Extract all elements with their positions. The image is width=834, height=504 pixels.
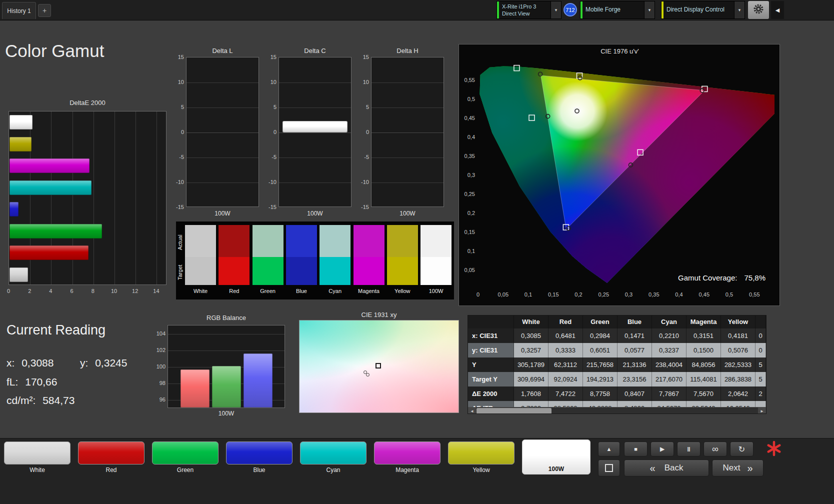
table-header-cell [756,316,766,328]
patch-label: Red [78,466,144,474]
pause-button[interactable]: ‖ [677,442,700,456]
display-chevron-button[interactable]: ▾ [734,2,744,18]
table-header-cell: White [514,316,548,328]
swatch-yellow: Yellow [387,225,420,298]
deltae2000-chart: DeltaE 2000 02468101214 [8,99,168,299]
swatch-panel: Actual Target WhiteRedGreenBlueCyanMagen… [176,222,454,300]
table-row-label: y: CIE31 [468,343,514,358]
collapse-icon: ◀ [776,7,780,14]
patch-red[interactable] [78,442,144,464]
delta-ytick: -10 [174,179,184,185]
table-row-label: Target Y [468,372,514,386]
cie-xtick: 0 [476,292,480,298]
meter-dropdown[interactable]: X-Rite i1Pro 3 Direct View ▾ [496,1,562,19]
scrollbar-right-button[interactable]: ► [758,408,766,414]
rgb-bar-blue [244,354,272,408]
table-header-cell: Blue [618,316,652,328]
back-button[interactable]: « Back [624,460,709,476]
delta-gridline [186,82,258,83]
delta-gridline [279,158,351,158]
table-header-cell: Green [583,316,618,328]
deltae-bar-green [10,224,102,238]
rgb-balance-x-label: 100W [168,410,285,417]
patch-100w[interactable]: 100W [522,440,590,474]
deltae2000-plot-area [8,111,166,285]
cie-ytick: 0,3 [461,172,475,178]
display-control-dropdown[interactable]: Direct Display Control ▾ [661,1,745,19]
rgb-gridline [168,334,284,334]
chevron-down-icon: ▾ [648,8,651,12]
table-cell: 1,7608 [514,386,548,401]
patch-cyan[interactable] [300,442,366,464]
table-cell: 0,1471 [618,328,652,343]
scrollbar-left-button[interactable]: ◄ [468,408,476,414]
table-cell: 0,1500 [686,343,721,358]
stop-all-button[interactable] [598,460,620,476]
source-name: Mobile Forge [582,2,644,18]
continuous-measure-button[interactable]: ∞ [704,442,727,456]
deltae-xtick: 14 [153,288,159,294]
source-dropdown[interactable]: Mobile Forge ▾ [580,1,655,19]
reading-y: y: 0,3245 [80,357,127,369]
play-button[interactable]: ▶ [650,442,674,456]
delta-h-title: Delta H [371,47,444,54]
next-button[interactable]: Next » [712,460,764,476]
cie-ytick: 0,1 [461,248,475,254]
deltae-xtick: 8 [92,288,94,294]
app-status-asterisk [765,440,783,458]
patch-blue[interactable] [226,442,292,464]
reading-fl: fL: 170,66 [6,376,57,388]
stop-icon: ■ [634,446,638,452]
swatch-actual [252,225,284,257]
source-chevron-button[interactable]: ▾ [644,2,654,18]
deltae-bar-cyan [10,180,92,195]
swatch-100w: 100W [420,225,454,298]
patch-white[interactable] [4,442,70,464]
meter-chevron-button[interactable]: ▾ [550,2,561,18]
swatch-magenta: Magenta [354,225,387,298]
swatch-blue: Blue [286,225,320,298]
collapse-panel-button[interactable]: ◀ [771,1,784,19]
table-row-label: Y [468,358,514,372]
table-scrollbar[interactable]: ◄ ► [468,407,766,414]
table-header-row: WhiteRedGreenBlueCyanMagentaYellow [468,316,766,328]
repeat-button[interactable]: ↻ [730,442,754,456]
settings-button[interactable] [748,1,769,19]
reading-cd-label: cd/m²: [6,394,36,406]
swatch-target [218,257,250,285]
swatch-label: White [185,288,216,294]
history-tab[interactable]: History 1 [2,2,36,19]
bottom-toolbar: WhiteRedGreenBlueCyanMagentaYellow100W ▲… [0,438,834,504]
delta-ytick: -10 [359,179,369,185]
back-button-label: Back [664,463,684,473]
table-cell: 0,6051 [583,343,618,358]
delta-gridline [279,182,351,183]
deltae2000-x-axis: 02468101214 [8,288,166,295]
table-cell: 217,6070 [652,372,686,386]
delta-l-title: Delta L [186,47,259,54]
table-cell: 115,4081 [686,372,721,386]
delta-gridline [372,132,444,133]
patch-yellow[interactable] [448,442,514,464]
cie1931-diagram [299,320,459,413]
scroll-left-icon: ◄ [470,409,474,414]
table-row: Y305,178962,3112215,765821,3136238,40048… [468,358,766,372]
table-header-cell: Yellow [721,316,756,328]
scrollbar-thumb[interactable] [476,408,552,414]
delta-h-x-label: 100W [371,210,444,217]
topbar: History 1 + X-Rite i1Pro 3 Direct View ▾… [0,0,834,20]
swatch-label: Magenta [354,288,384,294]
expand-button[interactable]: ▲ [598,442,620,456]
table-cell: 238,4004 [652,358,686,372]
reading-y-label: y: [80,357,88,368]
cie-xtick: 0,4 [675,292,682,298]
patch-green[interactable] [152,442,218,464]
rgb-bar-red [180,370,210,408]
reading-x: x: 0,3088 [6,357,54,369]
delta-l-chart: Delta L 151050-5-10-15 100W [174,47,260,220]
table-cell: 309,6994 [514,372,548,386]
stop-button[interactable]: ■ [624,442,648,456]
add-tab-button[interactable]: + [38,4,51,17]
patch-magenta[interactable] [374,442,440,464]
cie-ytick: 0,15 [461,229,475,235]
